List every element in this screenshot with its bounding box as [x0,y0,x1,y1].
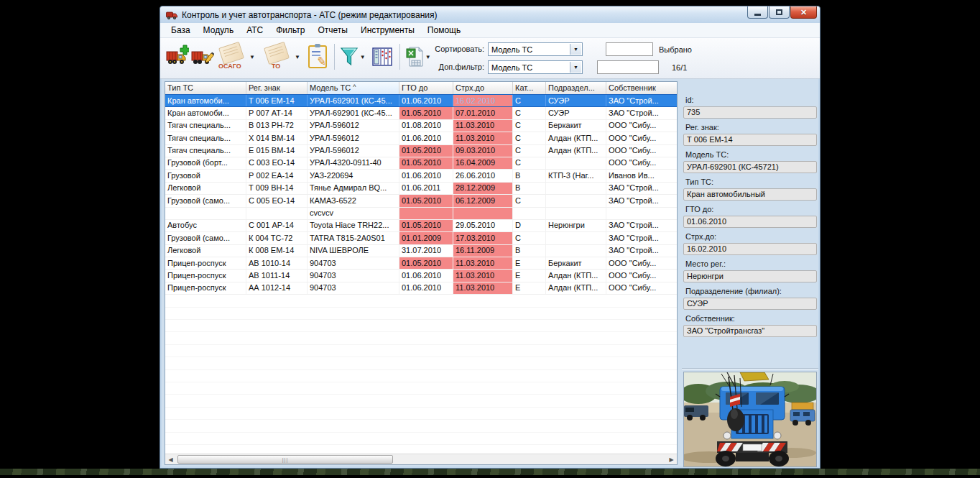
cell-type: Грузовой [165,170,246,181]
table-row[interactable]: Кран автомоби... Р 007 АТ-14 УРАЛ-692901… [165,107,677,119]
scroll-left-icon[interactable]: ◀ [165,454,176,464]
filter-button[interactable]: ▼ [340,47,366,67]
window-title: Контроль и учет автотранспорта - АТС (ре… [182,10,438,20]
truck-crane-photo-illustration [684,372,816,466]
close-button[interactable]: ✕ [790,6,817,19]
menu-ats[interactable]: АТС [240,24,269,37]
column-header-type[interactable]: Тип ТС [165,82,246,94]
cell-gto: 01.06.2011 [399,183,453,194]
add-vehicle-button[interactable] [166,45,189,69]
table-row[interactable]: Грузовой (борт... С 003 ЕО-14 УРАЛ-4320-… [165,157,677,170]
filter-dropdown-icon[interactable]: ▼ [360,54,366,60]
cell-cat: D [513,220,546,231]
table-row[interactable]: Легковой К 008 ЕМ-14 NIVA ШЕВРОЛЕ 31.07.… [165,245,677,257]
cell-division: Алдан (КТП... [546,132,606,144]
to-button[interactable]: ТО ▼ [262,43,300,70]
cell-strah: 11.03.2010 [453,270,513,281]
cell-type: Кран автомоби... [165,107,246,119]
cell-cat: Е [513,282,546,294]
selected-label: Выбрано [659,45,692,54]
edit-card-button[interactable]: ✎ [308,45,327,68]
table-row[interactable]: Грузовой (само... К 004 ТС-72 TATRA Т815… [165,232,677,244]
cell-strah: 16.04.2009 [453,157,513,169]
cell-model: cvcvcv [308,208,399,219]
sort-ascending-icon: ^ [353,83,356,91]
filter-input[interactable] [597,60,659,74]
table-row[interactable]: Легковой Т 009 ВН-14 Тянье Адмирал BQ...… [165,183,677,195]
osago-label: ОСАГО [218,63,241,70]
cell-owner: Иванов Ив... [606,170,677,181]
horizontal-scrollbar[interactable]: ◀ ||| ▶ [165,454,677,464]
table-row[interactable]: Тягач специаль... Х 014 ВМ-14 УРАЛ-59601… [165,132,677,144]
cell-strah: 17.03.2010 [453,232,513,244]
cell-gto: 01.06.2010 [399,95,453,106]
filter-label: Доп.фильтр: [421,63,484,71]
cell-strah: 16.11.2009 [453,245,513,257]
empty-table-row [165,295,677,307]
edit-vehicle-truck-icon [191,45,214,69]
cell-owner: ЗАО "Строй... [606,232,677,244]
cell-cat: С [513,195,546,206]
table-row[interactable]: Грузовой (само... С 005 ЕО-14 КАМАЗ-6522… [165,195,677,207]
table-row[interactable]: Прицеп-роспуск АВ 1011-14 904703 01.06.2… [165,270,677,282]
cell-division: Нерюнгри [546,220,606,231]
scroll-right-icon[interactable]: ▶ [666,454,677,464]
table-row[interactable]: Грузовой Р 002 ЕА-14 УАЗ-220694 01.06.20… [165,170,677,182]
field-label-division: Подразделение (филиал): [685,287,815,295]
maximize-button[interactable] [769,6,790,19]
cell-model: КАМАЗ-6522 [308,195,399,206]
titlebar[interactable]: Контроль и учет автотранспорта - АТС (ре… [160,6,820,23]
cell-gto: 01.06.2010 [399,270,453,281]
column-header-division[interactable]: Подраздел... [546,82,606,94]
column-header-owner[interactable]: Собственник [606,82,677,94]
table-row[interactable]: cvcvcv [165,208,677,220]
cell-gto: 01.05.2010 [399,157,453,169]
field-label-place: Место рег.: [685,259,815,268]
menu-modul[interactable]: Модуль [197,24,241,37]
empty-table-row [165,332,677,344]
cell-model: TATRA Т815-2А0S01 [308,232,399,244]
cell-model: УРАЛ-692901 (КС-45... [308,107,399,119]
sort-select[interactable]: Модель ТС ▼ [488,42,583,56]
quick-search-input[interactable] [606,42,653,56]
field-label-owner: Собственник: [685,314,815,323]
table-row[interactable]: Прицеп-роспуск АА 1012-14 904703 01.06.2… [165,282,677,295]
empty-table-row [165,308,677,320]
cell-owner: ООО "Сибу... [606,145,677,157]
table-row[interactable]: Автобус С 001 АР-14 Toyota Hiace TRH22..… [165,220,677,232]
cell-owner: ООО "Сибу... [606,132,677,144]
osago-button[interactable]: ОСАГО ▼ [216,43,255,70]
column-settings-button[interactable] [372,47,392,66]
cell-cat: Е [513,270,546,281]
column-header-model[interactable]: Модель ТС^ [308,82,399,94]
to-dropdown-icon[interactable]: ▼ [295,54,300,60]
cell-model: УРАЛ-692901 (КС-45... [308,95,399,106]
edit-vehicle-button[interactable] [191,45,214,69]
empty-table-row [165,395,677,407]
sort-select-value: Модель ТС [491,45,532,54]
column-header-reg[interactable]: Рег. знак [246,82,308,94]
menu-baza[interactable]: База [165,24,197,37]
table-row[interactable]: Кран автомоби... Т 006 ЕМ-14 УРАЛ-692901… [165,94,677,107]
column-header-gto[interactable]: ГТО до [399,82,453,94]
column-header-cat[interactable]: Кат... [513,82,546,94]
vehicle-photo [683,372,817,467]
scrollbar-thumb[interactable]: ||| [177,455,393,464]
filter-select[interactable]: Модель ТС ▼ [488,60,583,74]
minimize-button[interactable] [747,6,768,19]
menu-filtr[interactable]: Фильтр [269,24,311,37]
menu-instrumenty[interactable]: Инструменты [354,24,421,37]
menu-pomosch[interactable]: Помощь [421,24,467,37]
excel-dropdown-icon[interactable]: ▼ [425,54,431,60]
table-row[interactable]: Тягач специаль... В 013 РН-72 УРАЛ-59601… [165,120,677,132]
menu-otchety[interactable]: Отчеты [312,24,354,37]
column-header-strah[interactable]: Стрх.до [453,82,513,94]
cell-reg: С 005 ЕО-14 [246,195,308,206]
filter-select-arrow-icon[interactable]: ▼ [570,62,581,73]
cell-reg: АВ 1010-14 [246,257,308,269]
osago-dropdown-icon[interactable]: ▼ [249,54,255,60]
table-row[interactable]: Прицеп-роспуск АВ 1010-14 904703 01.05.2… [165,257,677,270]
field-value-model: УРАЛ-692901 (КС-45721) [683,161,817,173]
sort-select-arrow-icon[interactable]: ▼ [570,44,581,55]
table-row[interactable]: Тягач специаль... Е 015 ВМ-14 УРАЛ-59601… [165,145,677,157]
